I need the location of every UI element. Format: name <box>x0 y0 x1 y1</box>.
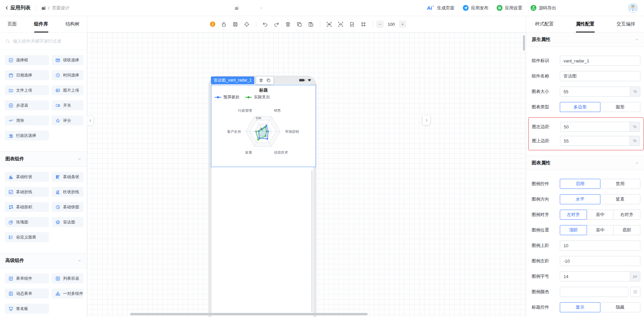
zoom-out-button[interactable]: − <box>376 20 384 28</box>
chart-size-input[interactable] <box>560 87 630 96</box>
panel-expand-handle[interactable] <box>423 115 430 125</box>
sidebar-tab-pages[interactable]: 页面 <box>7 16 17 33</box>
component-item-image-upload[interactable]: 图片上传 <box>52 85 84 95</box>
legend-color-input[interactable] <box>560 287 628 297</box>
undo-button[interactable] <box>261 20 270 29</box>
zoom-in-button[interactable]: + <box>399 20 406 28</box>
component-search <box>0 33 87 50</box>
component-item-basic-area[interactable]: 基础面积 <box>5 202 49 212</box>
component-item-stepper[interactable]: 步进器 <box>5 100 49 110</box>
component-item-switch[interactable]: 开关 <box>52 100 84 110</box>
legend-position-option-2[interactable]: 底部 <box>613 225 640 235</box>
panel-tab-props-config[interactable]: 属性配置 <box>576 16 595 33</box>
avatar[interactable] <box>628 3 638 13</box>
app-settings-button[interactable]: 应用设置 <box>496 5 522 11</box>
chart-top-margin-input[interactable] <box>560 136 630 146</box>
delete-button[interactable] <box>284 20 292 29</box>
canvas-horizontal-scrollbar[interactable] <box>130 313 368 315</box>
canvas-grid[interactable]: 雷达图_vant_radar_1 标题 预算拨款实际支出 销售市场营销信息技术发… <box>87 33 526 317</box>
component-item-time-picker[interactable]: 时间选择 <box>52 70 84 80</box>
legend-item[interactable]: 实际支出 <box>245 94 270 100</box>
component-item-dynamic-form[interactable]: 动态表单 <box>5 288 49 299</box>
legend-position-option-0[interactable]: 顶部 <box>560 225 587 235</box>
legend-align-segment: 左对齐居中右对齐 <box>560 210 640 220</box>
chart-type-option-1[interactable]: 圆形 <box>600 102 641 112</box>
legend-font-size-input[interactable] <box>560 272 630 281</box>
legend-align-option-2[interactable]: 右对齐 <box>613 210 640 220</box>
component-item-basic-bar[interactable]: 基础柱状 <box>5 172 49 182</box>
radar-chart-component[interactable]: 标题 预算拨款实际支出 销售市场营销信息技术发展客户支持行政管理50k0 <box>211 85 316 167</box>
legend-font-size-unit: px <box>630 272 640 281</box>
component-item-custom-chart[interactable]: 自定义图表 <box>5 232 49 242</box>
legend-direction-option-1[interactable]: 竖直 <box>600 194 641 204</box>
sidebar-tabs: 页面组件库结构树 <box>0 16 87 33</box>
component-item-rose-chart[interactable]: 玫瑰图 <box>5 217 49 227</box>
component-item-file-upload[interactable]: 文件上传 <box>5 85 49 95</box>
search-input[interactable] <box>13 39 82 44</box>
delete-icon[interactable] <box>259 78 263 83</box>
info-button[interactable] <box>208 20 217 29</box>
component-item-basic-line[interactable]: 基础折线 <box>5 187 49 197</box>
component-item-date-picker[interactable]: 日期选择 <box>5 70 49 80</box>
save-button[interactable] <box>231 20 240 29</box>
panel-section-header-0[interactable]: 原生属性 <box>526 33 644 47</box>
sidebar-collapse-handle[interactable] <box>87 116 94 125</box>
legend-color-clear-button[interactable] <box>630 287 640 297</box>
chart-left-margin-input[interactable] <box>560 122 630 131</box>
back-label: 应用列表 <box>10 5 31 11</box>
title-control-option-1[interactable]: 隐藏 <box>600 302 641 312</box>
component-item-bar-line[interactable]: 柱状折线 <box>52 187 84 197</box>
legend-top-input[interactable] <box>560 241 640 250</box>
component-item-select-box[interactable]: 选择框 <box>5 55 49 65</box>
copy-button[interactable] <box>295 20 304 29</box>
component-item-district-picker[interactable]: 行政区选择 <box>5 130 49 141</box>
component-item-one-to-many[interactable]: 一对多组件 <box>52 288 84 299</box>
panel-tab-interaction-config[interactable]: 交互编排 <box>616 16 635 33</box>
legend-item[interactable]: 预算拨款 <box>214 94 239 100</box>
phone-scrollbar[interactable] <box>311 170 313 312</box>
legend-direction-option-0[interactable]: 水平 <box>560 194 600 204</box>
title-control-option-0[interactable]: 显示 <box>560 302 600 312</box>
preview-button[interactable] <box>325 20 334 29</box>
generate-page-button[interactable]: Ai生成页面 <box>427 5 454 11</box>
copy-icon[interactable] <box>266 78 271 83</box>
code-scan-button[interactable] <box>336 20 345 29</box>
section-header-chart-components[interactable]: 图表组件 <box>0 151 87 167</box>
legend-align-option-1[interactable]: 居中 <box>587 210 614 220</box>
component-item-basic-hbar[interactable]: 基础条状 <box>52 172 84 182</box>
unlock-button[interactable] <box>220 20 228 29</box>
component-item-radar-chart[interactable]: 雷达图 <box>52 217 84 227</box>
component-id-input[interactable] <box>560 56 640 65</box>
toolbar-separator <box>373 21 373 27</box>
component-item-label: 玫瑰图 <box>16 219 28 225</box>
sidebar-tab-components[interactable]: 组件库 <box>34 16 48 33</box>
panel-section-header-1[interactable]: 图表属性 <box>526 156 644 170</box>
doc-check-button[interactable] <box>348 20 357 29</box>
back-button[interactable]: 应用列表 <box>5 5 31 11</box>
paste-button[interactable] <box>307 20 315 29</box>
legend-control-option-0[interactable]: 启用 <box>560 179 600 189</box>
component-item-signature-board[interactable]: 签名板 <box>5 304 49 314</box>
component-item-slider[interactable]: 滑块 <box>5 115 49 125</box>
legend-control-option-1[interactable]: 禁用 <box>600 179 641 189</box>
component-item-form-component[interactable]: 表单组件 <box>5 273 49 283</box>
sidebar-tab-structure-tree[interactable]: 结构树 <box>65 16 79 33</box>
component-name-input[interactable] <box>560 71 640 81</box>
redo-button[interactable] <box>272 20 281 29</box>
chart-type-option-0[interactable]: 多边形 <box>560 102 600 112</box>
legend-left-input[interactable] <box>560 256 640 266</box>
component-item-rate[interactable]: 评分 <box>52 115 84 125</box>
frame-button[interactable] <box>359 20 368 29</box>
legend-align-option-0[interactable]: 左对齐 <box>560 210 587 220</box>
panel-tab-style-config[interactable]: 样式配置 <box>535 16 554 33</box>
app-publish-button[interactable]: 应用发布 <box>463 5 488 11</box>
page-selector[interactable]: ai <box>235 0 263 16</box>
legend-position-option-1[interactable]: 居中 <box>587 225 614 235</box>
component-item-cascader[interactable]: 级联选择 <box>52 55 84 65</box>
canvas-vertical-scrollbar[interactable] <box>523 35 525 51</box>
section-header-advanced-components[interactable]: 高级组件 <box>0 253 87 268</box>
code-export-button[interactable]: 源码导出 <box>530 5 556 11</box>
component-item-list-container[interactable]: 列表容器 <box>52 273 84 283</box>
target-button[interactable] <box>243 20 251 29</box>
component-item-basic-pie[interactable]: 基础饼图 <box>52 202 84 212</box>
